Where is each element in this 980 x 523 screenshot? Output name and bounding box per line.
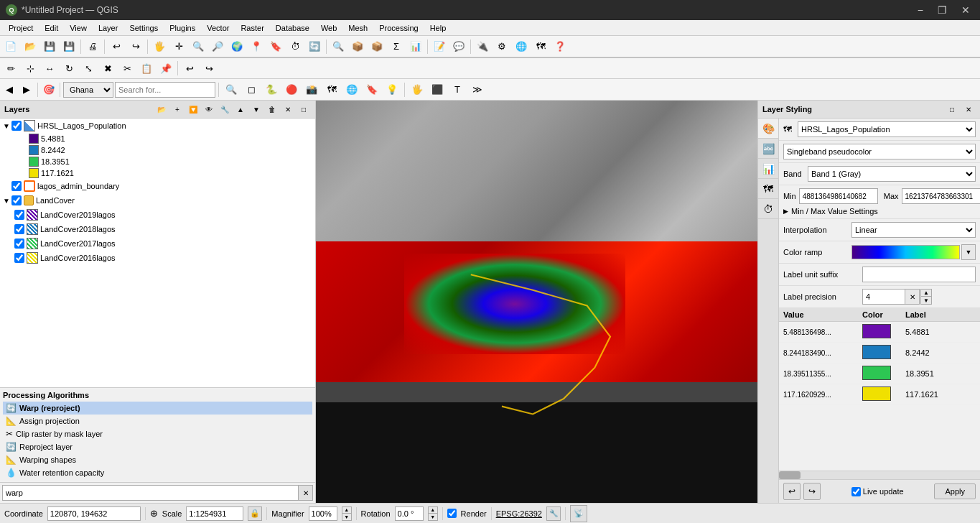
live-update-checkbox[interactable]: [851, 487, 861, 496]
epsg-button[interactable]: 🔧: [546, 506, 561, 521]
epsg-value[interactable]: EPSG:26392: [496, 509, 542, 518]
tb-zoomsel[interactable]: 🔖: [266, 38, 285, 55]
layers-down[interactable]: ▼: [249, 103, 263, 116]
menu-vector[interactable]: Vector: [201, 22, 235, 34]
menu-view[interactable]: View: [64, 22, 93, 34]
menu-edit[interactable]: Edit: [39, 22, 64, 34]
labelprecision-up[interactable]: ▲: [920, 289, 932, 297]
tb-new[interactable]: 📄: [1, 38, 20, 55]
tb-tips[interactable]: 💡: [383, 81, 401, 98]
tb-redo[interactable]: ↪: [126, 38, 145, 55]
tb-nav2[interactable]: ▶: [19, 81, 34, 98]
tb-dig-redo[interactable]: ↪: [200, 60, 218, 77]
style-tab-label[interactable]: 🔤: [758, 139, 778, 159]
scale-input[interactable]: [186, 506, 243, 521]
styling-dock-btn[interactable]: □: [945, 103, 959, 116]
tb-dig-cut[interactable]: ✂: [118, 60, 136, 77]
location-combo[interactable]: Ghana: [63, 82, 113, 98]
tb-pan2[interactable]: ✛: [169, 38, 188, 55]
tb-zoomout[interactable]: 🔎: [208, 38, 227, 55]
proc-item-2[interactable]: ✂ Clip raster by mask layer: [3, 427, 312, 440]
tb-map3d[interactable]: 🗺: [322, 81, 341, 98]
menu-mesh[interactable]: Mesh: [342, 22, 373, 34]
magnifier-input[interactable]: [309, 506, 337, 521]
classify-color-cell-0[interactable]: [858, 322, 901, 342]
tb-plugin2[interactable]: ⚙: [493, 38, 511, 55]
tb-globe[interactable]: 🌐: [342, 81, 361, 98]
labelprecision-clear[interactable]: ✕: [905, 289, 920, 305]
tb-pan[interactable]: 🖐: [150, 38, 169, 55]
min-input[interactable]: [799, 188, 878, 204]
layers-open[interactable]: 📂: [154, 103, 169, 116]
tb-plugin4[interactable]: 🗺: [531, 38, 550, 55]
tb-annot[interactable]: 📝: [430, 38, 449, 55]
tb-dig-node[interactable]: ⊹: [21, 60, 39, 77]
minimize-button[interactable]: −: [913, 3, 928, 17]
layer-item-hrsl[interactable]: ▼ HRSL_Lagos_Population: [0, 119, 315, 133]
minmax-settings-row[interactable]: ▶ Min / Max Value Settings: [783, 207, 976, 216]
classify-color-cell-3[interactable]: [858, 384, 901, 404]
layer-check-lc2016[interactable]: [14, 253, 24, 263]
tb-label[interactable]: T: [448, 81, 467, 98]
style-tab-paint[interactable]: 🎨: [758, 119, 778, 139]
rotation-input[interactable]: [395, 506, 424, 521]
layer-item-lc2018[interactable]: LandCover2018lagos: [0, 222, 315, 236]
styling-redo-btn[interactable]: ↪: [803, 483, 821, 500]
tb-zoomlayer[interactable]: 📍: [247, 38, 266, 55]
band-select[interactable]: Band 1 (Gray): [808, 166, 976, 182]
tb-select-feat[interactable]: ◻: [242, 81, 261, 98]
tb-select[interactable]: 📦: [348, 38, 367, 55]
close-button[interactable]: ✕: [957, 3, 974, 17]
tb-plugin-a[interactable]: 🔴: [282, 81, 301, 98]
map-area[interactable]: [316, 101, 757, 503]
tb-bookmark[interactable]: 🔖: [363, 81, 381, 98]
layer-select[interactable]: HRSL_Lagos_Population: [798, 121, 976, 137]
menu-processing[interactable]: Processing: [373, 22, 424, 34]
tb-pan3[interactable]: 🖐: [408, 81, 426, 98]
tb-dig-undo[interactable]: ↩: [180, 60, 199, 77]
classify-swatch-0[interactable]: [862, 324, 891, 338]
tb-help[interactable]: ❓: [551, 38, 569, 55]
classify-swatch-2[interactable]: [862, 366, 891, 380]
layer-item-lc2016[interactable]: LandCover2016lagos: [0, 251, 315, 265]
tb-open[interactable]: 📂: [21, 38, 39, 55]
menu-raster[interactable]: Raster: [235, 22, 269, 34]
tb-more[interactable]: ≫: [468, 81, 487, 98]
menu-plugins[interactable]: Plugins: [164, 22, 201, 34]
tb-dig-paste[interactable]: 📌: [157, 60, 175, 77]
labelprecision-input[interactable]: [862, 289, 905, 305]
colorramp-dropdown[interactable]: ▼: [961, 244, 976, 260]
magnifier-down[interactable]: ▼: [342, 514, 352, 521]
proc-item-1[interactable]: 📐 Assign projection: [3, 415, 312, 427]
layers-add[interactable]: +: [170, 103, 185, 116]
layer-check-lc2018[interactable]: [14, 224, 24, 234]
layer-check-lc2017[interactable]: [14, 239, 24, 249]
tb-dig-pencil[interactable]: ✏: [1, 60, 20, 77]
tb-tip[interactable]: 💬: [449, 38, 468, 55]
layer-item-lc2017[interactable]: LandCover2017lagos: [0, 236, 315, 251]
coord-input[interactable]: [47, 506, 141, 521]
tb-dig-scale[interactable]: ⤡: [79, 60, 98, 77]
tb-refresh[interactable]: 🔄: [305, 38, 324, 55]
tb-zoomin[interactable]: 🔍: [189, 38, 207, 55]
expand-icon-landcover[interactable]: ▼: [3, 197, 11, 205]
tb-dig-move[interactable]: ↔: [40, 60, 59, 77]
rotation-up[interactable]: ▲: [428, 506, 438, 514]
tb-dig-rotate[interactable]: ↻: [60, 60, 78, 77]
tb-deselect[interactable]: 📦: [368, 38, 386, 55]
classify-color-cell-1[interactable]: [858, 343, 901, 363]
layer-item-landcover[interactable]: ▼ LandCover: [0, 193, 315, 208]
layer-item-admin[interactable]: ▶ lagos_admin_boundary: [0, 179, 315, 193]
tb-plugin-b[interactable]: 📸: [302, 81, 321, 98]
classify-swatch-3[interactable]: [862, 387, 891, 401]
tb-plugin3[interactable]: 🌐: [512, 38, 531, 55]
gps-button[interactable]: 📡: [570, 505, 587, 522]
tb-extent[interactable]: ⬛: [428, 81, 447, 98]
tb-nav1[interactable]: ◀: [1, 81, 17, 98]
classify-hscroll[interactable]: [779, 471, 980, 479]
tb-python[interactable]: 🐍: [262, 81, 281, 98]
render-checkbox[interactable]: [447, 509, 457, 518]
proc-item-5[interactable]: 💧 Water retention capacity: [3, 466, 312, 479]
classify-color-cell-2[interactable]: [858, 364, 901, 384]
menu-help[interactable]: Help: [424, 22, 452, 34]
